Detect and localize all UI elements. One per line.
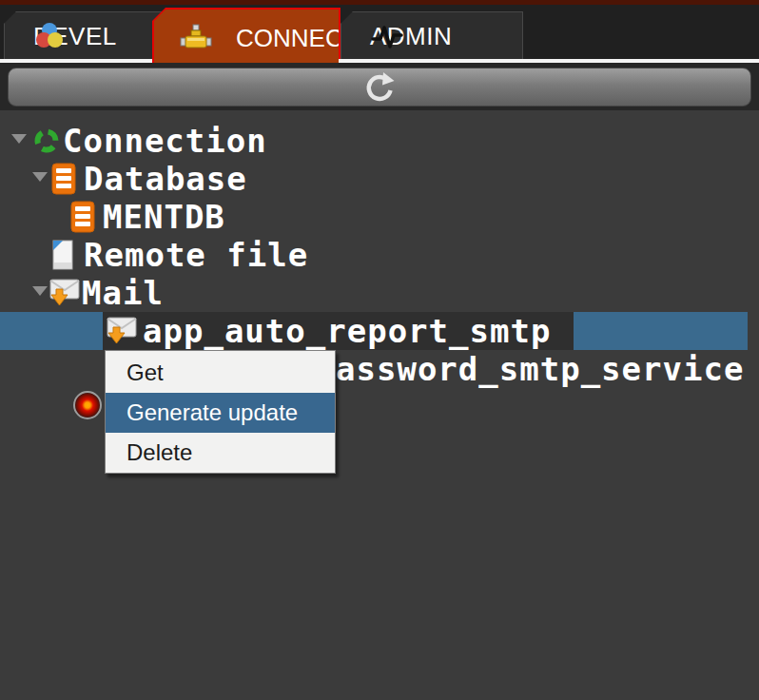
tree-row-connection[interactable]: Connection — [0, 122, 759, 160]
tree-label[interactable]: MENTDB — [103, 198, 225, 236]
tree-label[interactable]: app_auto_report_smtp — [143, 312, 551, 350]
selection-highlight — [0, 312, 103, 350]
expander-down-icon[interactable] — [32, 172, 48, 182]
tab-connect-label: CONNECT — [236, 24, 359, 53]
tree-label-partial[interactable]: assword_smtp_service — [336, 350, 744, 388]
refresh-icon — [363, 71, 396, 104]
menu-item-get[interactable]: Get — [106, 353, 335, 393]
network-connector-icon — [179, 22, 213, 56]
database-icon — [51, 163, 76, 195]
pulse-icon — [370, 19, 404, 53]
tree-row-database[interactable]: Database — [0, 160, 759, 198]
mail-icon — [105, 316, 139, 348]
tree-row-mail[interactable]: Mail — [0, 274, 759, 312]
toolbar — [0, 63, 759, 110]
tree-row-mentdb[interactable]: MENTDB — [0, 198, 759, 236]
tab-admin[interactable]: ADMIN — [341, 11, 523, 60]
menu-item-delete[interactable]: Delete — [106, 433, 335, 473]
app-window: DEVEL CONNECT — [0, 0, 759, 700]
mail-icon — [48, 278, 82, 310]
context-menu: Get Generate update Delete — [105, 350, 336, 474]
menu-item-generate-update[interactable]: Generate update — [106, 393, 335, 433]
tree-label[interactable]: Mail — [82, 274, 164, 312]
tree-row-remote-file[interactable]: Remote file — [0, 236, 759, 274]
selection-highlight — [574, 312, 748, 350]
tree-row-app-auto-report-smtp[interactable]: app_auto_report_smtp — [0, 312, 759, 350]
tree-label[interactable]: Remote file — [84, 236, 308, 274]
tree-label[interactable]: Connection — [63, 122, 267, 160]
tab-bar: DEVEL CONNECT — [0, 5, 759, 63]
refresh-button[interactable] — [8, 68, 751, 107]
file-icon — [51, 240, 74, 270]
tree-label[interactable]: Database — [84, 160, 247, 198]
record-dot-indicator — [73, 391, 102, 419]
palette-circles-icon — [33, 20, 66, 52]
expander-down-icon[interactable] — [11, 134, 27, 144]
tab-connect[interactable]: CONNECT — [152, 8, 341, 68]
expander-down-icon[interactable] — [32, 286, 48, 296]
database-icon — [70, 201, 95, 233]
connection-sync-icon — [32, 126, 61, 155]
